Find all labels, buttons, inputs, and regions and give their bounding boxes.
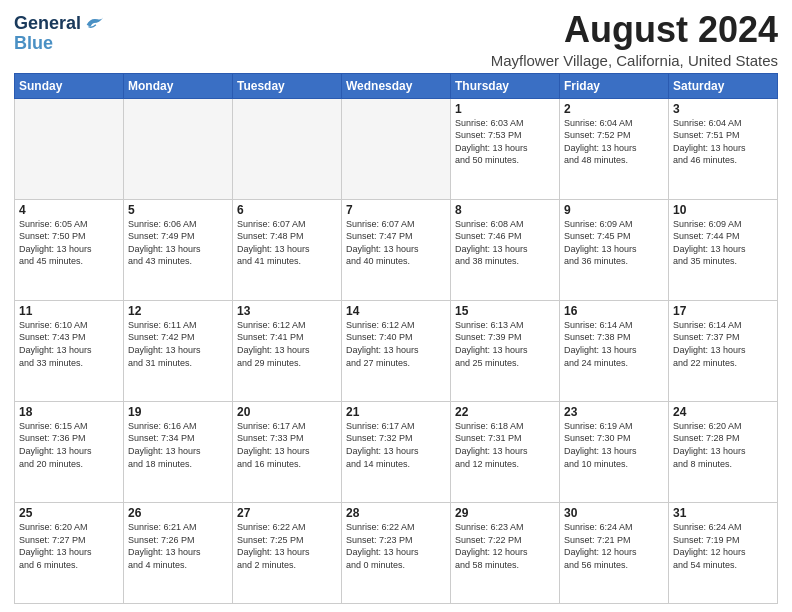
calendar-week-4: 18Sunrise: 6:15 AM Sunset: 7:36 PM Dayli… <box>15 401 778 502</box>
day-info: Sunrise: 6:04 AM Sunset: 7:52 PM Dayligh… <box>564 117 664 167</box>
day-info: Sunrise: 6:22 AM Sunset: 7:25 PM Dayligh… <box>237 521 337 571</box>
calendar-cell: 10Sunrise: 6:09 AM Sunset: 7:44 PM Dayli… <box>669 199 778 300</box>
day-number: 21 <box>346 405 446 419</box>
logo-bird-icon <box>83 12 105 34</box>
day-info: Sunrise: 6:12 AM Sunset: 7:41 PM Dayligh… <box>237 319 337 369</box>
day-info: Sunrise: 6:18 AM Sunset: 7:31 PM Dayligh… <box>455 420 555 470</box>
day-number: 4 <box>19 203 119 217</box>
col-sunday: Sunday <box>15 73 124 98</box>
calendar-cell: 7Sunrise: 6:07 AM Sunset: 7:47 PM Daylig… <box>342 199 451 300</box>
day-info: Sunrise: 6:07 AM Sunset: 7:48 PM Dayligh… <box>237 218 337 268</box>
day-number: 28 <box>346 506 446 520</box>
day-info: Sunrise: 6:16 AM Sunset: 7:34 PM Dayligh… <box>128 420 228 470</box>
day-number: 2 <box>564 102 664 116</box>
day-number: 7 <box>346 203 446 217</box>
day-info: Sunrise: 6:13 AM Sunset: 7:39 PM Dayligh… <box>455 319 555 369</box>
day-number: 14 <box>346 304 446 318</box>
day-info: Sunrise: 6:19 AM Sunset: 7:30 PM Dayligh… <box>564 420 664 470</box>
day-number: 12 <box>128 304 228 318</box>
day-info: Sunrise: 6:12 AM Sunset: 7:40 PM Dayligh… <box>346 319 446 369</box>
day-number: 24 <box>673 405 773 419</box>
day-number: 17 <box>673 304 773 318</box>
day-info: Sunrise: 6:14 AM Sunset: 7:37 PM Dayligh… <box>673 319 773 369</box>
day-info: Sunrise: 6:15 AM Sunset: 7:36 PM Dayligh… <box>19 420 119 470</box>
main-title: August 2024 <box>491 10 778 50</box>
logo: General Blue <box>14 14 105 54</box>
day-number: 20 <box>237 405 337 419</box>
day-info: Sunrise: 6:06 AM Sunset: 7:49 PM Dayligh… <box>128 218 228 268</box>
day-number: 8 <box>455 203 555 217</box>
calendar-cell: 18Sunrise: 6:15 AM Sunset: 7:36 PM Dayli… <box>15 401 124 502</box>
calendar-table: Sunday Monday Tuesday Wednesday Thursday… <box>14 73 778 604</box>
col-friday: Friday <box>560 73 669 98</box>
day-number: 26 <box>128 506 228 520</box>
calendar-cell: 1Sunrise: 6:03 AM Sunset: 7:53 PM Daylig… <box>451 98 560 199</box>
day-info: Sunrise: 6:17 AM Sunset: 7:32 PM Dayligh… <box>346 420 446 470</box>
day-info: Sunrise: 6:17 AM Sunset: 7:33 PM Dayligh… <box>237 420 337 470</box>
col-thursday: Thursday <box>451 73 560 98</box>
calendar-cell: 13Sunrise: 6:12 AM Sunset: 7:41 PM Dayli… <box>233 300 342 401</box>
calendar-cell: 5Sunrise: 6:06 AM Sunset: 7:49 PM Daylig… <box>124 199 233 300</box>
day-number: 29 <box>455 506 555 520</box>
day-info: Sunrise: 6:23 AM Sunset: 7:22 PM Dayligh… <box>455 521 555 571</box>
calendar-cell: 31Sunrise: 6:24 AM Sunset: 7:19 PM Dayli… <box>669 502 778 603</box>
col-monday: Monday <box>124 73 233 98</box>
col-wednesday: Wednesday <box>342 73 451 98</box>
day-number: 9 <box>564 203 664 217</box>
day-number: 10 <box>673 203 773 217</box>
calendar-cell: 12Sunrise: 6:11 AM Sunset: 7:42 PM Dayli… <box>124 300 233 401</box>
calendar-cell: 4Sunrise: 6:05 AM Sunset: 7:50 PM Daylig… <box>15 199 124 300</box>
calendar-week-1: 1Sunrise: 6:03 AM Sunset: 7:53 PM Daylig… <box>15 98 778 199</box>
day-info: Sunrise: 6:14 AM Sunset: 7:38 PM Dayligh… <box>564 319 664 369</box>
calendar-cell: 6Sunrise: 6:07 AM Sunset: 7:48 PM Daylig… <box>233 199 342 300</box>
sub-title: Mayflower Village, California, United St… <box>491 52 778 69</box>
day-info: Sunrise: 6:20 AM Sunset: 7:28 PM Dayligh… <box>673 420 773 470</box>
calendar-cell: 3Sunrise: 6:04 AM Sunset: 7:51 PM Daylig… <box>669 98 778 199</box>
day-number: 22 <box>455 405 555 419</box>
day-number: 30 <box>564 506 664 520</box>
calendar-cell: 14Sunrise: 6:12 AM Sunset: 7:40 PM Dayli… <box>342 300 451 401</box>
logo-text-line2: Blue <box>14 33 53 53</box>
calendar-cell <box>124 98 233 199</box>
calendar-cell: 30Sunrise: 6:24 AM Sunset: 7:21 PM Dayli… <box>560 502 669 603</box>
day-info: Sunrise: 6:20 AM Sunset: 7:27 PM Dayligh… <box>19 521 119 571</box>
calendar-cell: 23Sunrise: 6:19 AM Sunset: 7:30 PM Dayli… <box>560 401 669 502</box>
day-info: Sunrise: 6:03 AM Sunset: 7:53 PM Dayligh… <box>455 117 555 167</box>
calendar-cell <box>233 98 342 199</box>
day-number: 13 <box>237 304 337 318</box>
day-info: Sunrise: 6:07 AM Sunset: 7:47 PM Dayligh… <box>346 218 446 268</box>
day-info: Sunrise: 6:24 AM Sunset: 7:21 PM Dayligh… <box>564 521 664 571</box>
page: General Blue August 2024 Mayflower Villa… <box>0 0 792 612</box>
calendar-cell <box>15 98 124 199</box>
calendar-cell: 26Sunrise: 6:21 AM Sunset: 7:26 PM Dayli… <box>124 502 233 603</box>
calendar-week-5: 25Sunrise: 6:20 AM Sunset: 7:27 PM Dayli… <box>15 502 778 603</box>
day-info: Sunrise: 6:24 AM Sunset: 7:19 PM Dayligh… <box>673 521 773 571</box>
calendar-cell: 28Sunrise: 6:22 AM Sunset: 7:23 PM Dayli… <box>342 502 451 603</box>
logo-text-line1: General <box>14 14 81 34</box>
day-number: 16 <box>564 304 664 318</box>
calendar-cell: 8Sunrise: 6:08 AM Sunset: 7:46 PM Daylig… <box>451 199 560 300</box>
calendar-cell: 20Sunrise: 6:17 AM Sunset: 7:33 PM Dayli… <box>233 401 342 502</box>
day-number: 18 <box>19 405 119 419</box>
calendar-cell <box>342 98 451 199</box>
day-number: 1 <box>455 102 555 116</box>
day-number: 27 <box>237 506 337 520</box>
day-info: Sunrise: 6:05 AM Sunset: 7:50 PM Dayligh… <box>19 218 119 268</box>
calendar-cell: 25Sunrise: 6:20 AM Sunset: 7:27 PM Dayli… <box>15 502 124 603</box>
calendar-cell: 27Sunrise: 6:22 AM Sunset: 7:25 PM Dayli… <box>233 502 342 603</box>
day-info: Sunrise: 6:04 AM Sunset: 7:51 PM Dayligh… <box>673 117 773 167</box>
day-number: 5 <box>128 203 228 217</box>
day-number: 25 <box>19 506 119 520</box>
day-number: 11 <box>19 304 119 318</box>
calendar-cell: 22Sunrise: 6:18 AM Sunset: 7:31 PM Dayli… <box>451 401 560 502</box>
col-tuesday: Tuesday <box>233 73 342 98</box>
day-info: Sunrise: 6:09 AM Sunset: 7:44 PM Dayligh… <box>673 218 773 268</box>
calendar-cell: 15Sunrise: 6:13 AM Sunset: 7:39 PM Dayli… <box>451 300 560 401</box>
day-info: Sunrise: 6:08 AM Sunset: 7:46 PM Dayligh… <box>455 218 555 268</box>
day-number: 19 <box>128 405 228 419</box>
day-number: 23 <box>564 405 664 419</box>
calendar-cell: 16Sunrise: 6:14 AM Sunset: 7:38 PM Dayli… <box>560 300 669 401</box>
calendar-cell: 19Sunrise: 6:16 AM Sunset: 7:34 PM Dayli… <box>124 401 233 502</box>
calendar-header-row: Sunday Monday Tuesday Wednesday Thursday… <box>15 73 778 98</box>
title-block: August 2024 Mayflower Village, Californi… <box>491 10 778 69</box>
